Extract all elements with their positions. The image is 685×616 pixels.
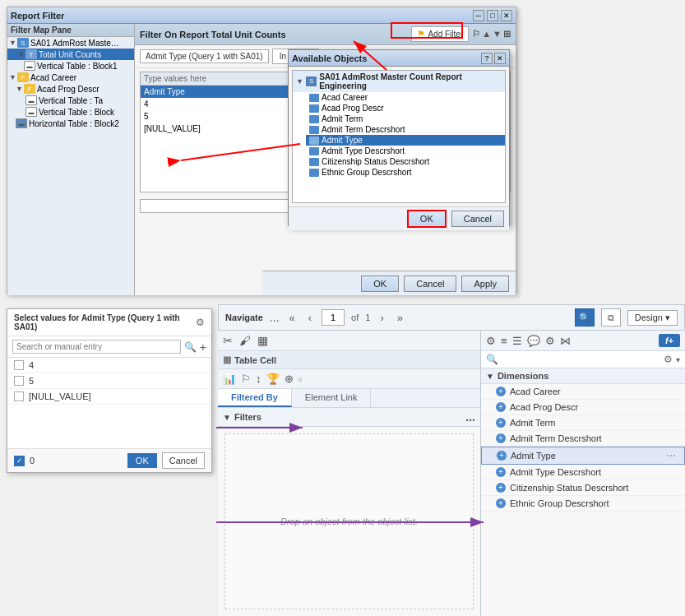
dimensions-header[interactable]: ▼ Dimensions bbox=[481, 368, 685, 384]
dim-item-acad-prog-descr[interactable]: Acad Prog Descr bbox=[481, 400, 685, 415]
hierarchy-icon[interactable]: ≡ bbox=[501, 335, 507, 347]
tool-paint-icon[interactable]: 🖌 bbox=[239, 334, 251, 347]
drop-zone[interactable]: Drop an object from the object list. bbox=[224, 433, 474, 609]
close-icon[interactable]: ✕ bbox=[501, 10, 512, 21]
avail-item-admit-term[interactable]: Admit Term bbox=[306, 113, 505, 124]
sv-item-null[interactable]: [NULL_VALUE] bbox=[7, 389, 211, 405]
list-icon[interactable]: ☰ bbox=[512, 335, 522, 347]
avail-icon-citizenship-status bbox=[309, 158, 319, 166]
share-icon[interactable]: ⋈ bbox=[560, 335, 571, 347]
avail-close-icon[interactable]: ✕ bbox=[494, 53, 506, 64]
sv-items-list: 4 5 [NULL_VALUE] bbox=[7, 358, 211, 448]
dim-admit-type-descrshort-icon bbox=[496, 467, 506, 477]
avail-root-item[interactable]: ▼ S SA01 AdmRost Master Count Report Eng… bbox=[293, 71, 505, 92]
sv-search-input[interactable] bbox=[12, 340, 181, 354]
sv-search-icon[interactable]: 🔍 bbox=[184, 341, 197, 353]
navigate-dots[interactable]: ... bbox=[270, 311, 280, 324]
sort-icon[interactable]: ↕ bbox=[256, 373, 262, 385]
up-icon[interactable]: ▲ bbox=[482, 29, 491, 39]
filter-icon[interactable]: ⚐ bbox=[241, 373, 251, 385]
avail-cancel-button[interactable]: Cancel bbox=[451, 211, 504, 227]
tool-table-icon[interactable]: ▦ bbox=[257, 334, 268, 347]
sv-item-5[interactable]: 5 bbox=[7, 373, 211, 389]
prev-page-button[interactable]: ‹ bbox=[305, 310, 315, 326]
sv-checkbox-null[interactable] bbox=[14, 391, 24, 401]
tree-item-total-unit-counts[interactable]: ▼ T Total Unit Counts bbox=[7, 49, 134, 60]
avail-item-admit-type[interactable]: Admit Type bbox=[306, 135, 505, 146]
settings-icon[interactable]: ⚙ bbox=[545, 335, 555, 347]
maximize-icon[interactable]: □ bbox=[487, 10, 498, 21]
sv-ok-button[interactable]: OK bbox=[127, 453, 157, 468]
design-button[interactable]: Design ▾ bbox=[627, 310, 678, 326]
sv-footer-checkbox[interactable]: ✓ bbox=[14, 456, 25, 466]
tree-item-sa01[interactable]: ▼ S SA01 AdmRost Master Count Re bbox=[7, 37, 134, 49]
dim-item-admit-type-descrshort[interactable]: Admit Type Descrshort bbox=[481, 465, 685, 480]
tree-item-vertical-block[interactable]: ▬ Vertical Table : Block bbox=[7, 106, 134, 118]
filter-icons-row: 📊 ⚐ ↕ 🏆 ⊕ ₀ bbox=[218, 369, 480, 389]
tool-scissors-icon[interactable]: ✂ bbox=[223, 334, 233, 347]
next-page-button[interactable]: › bbox=[377, 310, 386, 326]
avail-item-acad-career[interactable]: Acad Career bbox=[306, 92, 505, 103]
navigate-label: Navigate bbox=[225, 313, 263, 322]
tree-item-horiz-block2[interactable]: ▬ Horizontal Table : Block2 bbox=[7, 118, 134, 129]
search-gear-icon[interactable]: ⚙ bbox=[664, 354, 673, 365]
dim-item-ethnic-group[interactable]: Ethnic Group Descrshort bbox=[481, 496, 685, 512]
formula-icon[interactable]: ⊕ bbox=[285, 373, 294, 385]
search-toolbar-button[interactable]: 🔍 bbox=[575, 308, 595, 327]
tree-item-vertical-block1[interactable]: ▬ Vertical Table : Block1 bbox=[7, 60, 134, 72]
filter-icon-2[interactable]: ⚐ bbox=[472, 29, 480, 39]
avail-item-citizenship-status[interactable]: Citizenship Status Descrshort bbox=[306, 156, 505, 167]
tree-item-vertical-ta[interactable]: ▬ Vertical Table : Ta bbox=[7, 95, 134, 106]
of-label: of bbox=[351, 313, 359, 322]
last-page-button[interactable]: » bbox=[394, 310, 406, 326]
titlebar-icons: ─ □ ✕ bbox=[473, 10, 512, 21]
sv-checkbox-5[interactable] bbox=[14, 376, 24, 386]
avail-item-ethnic-group[interactable]: Ethnic Group Descrshort bbox=[306, 167, 505, 178]
expand-icon[interactable]: ⊞ bbox=[503, 29, 511, 39]
dim-acad-career-icon bbox=[496, 387, 506, 396]
search-icon[interactable]: 🔍 bbox=[486, 354, 498, 365]
avail-item-acad-prog-descr[interactable]: Acad Prog Descr bbox=[306, 103, 505, 113]
dim-item-citizenship-status[interactable]: Citizenship Status Descrshort bbox=[481, 480, 685, 496]
filter-cancel-button[interactable]: Cancel bbox=[404, 276, 456, 292]
avail-item-admit-term-descrshort[interactable]: Admit Term Descrshort bbox=[306, 124, 505, 135]
gear-props-icon[interactable]: ⚙ bbox=[486, 335, 496, 347]
ranking-icon[interactable]: 🏆 bbox=[266, 373, 280, 385]
filtered-by-tab[interactable]: Filtered By bbox=[218, 389, 292, 407]
main-bottom: ✂ 🖌 ▦ ▦ Table Cell 📊 ⚐ ↕ 🏆 ⊕ ₀ Filtered … bbox=[218, 331, 685, 616]
sv-plus-icon[interactable]: + bbox=[200, 340, 206, 354]
dim-item-acad-career[interactable]: Acad Career bbox=[481, 384, 685, 400]
search-dropdown-icon[interactable]: ▾ bbox=[676, 355, 680, 364]
add-filter-button[interactable]: ⚑ Add Filter bbox=[411, 26, 469, 42]
first-page-button[interactable]: « bbox=[286, 310, 299, 326]
chart-icon[interactable]: 📊 bbox=[223, 373, 236, 385]
element-link-tab[interactable]: Element Link bbox=[292, 389, 372, 407]
avail-help-icon[interactable]: ? bbox=[481, 53, 493, 64]
copy-toolbar-button[interactable]: ⧉ bbox=[601, 308, 621, 327]
report-filter-title: Report Filter bbox=[11, 11, 64, 21]
filter-apply-button[interactable]: Apply bbox=[461, 276, 509, 292]
down-icon[interactable]: ▼ bbox=[493, 29, 502, 39]
filters-dots-icon[interactable]: ... bbox=[465, 410, 475, 424]
available-objects-dialog: Available Objects ? ✕ ▼ S SA01 AdmRost M… bbox=[288, 49, 510, 226]
avail-item-admit-type-descrshort[interactable]: Admit Type Descrshort bbox=[306, 146, 505, 156]
avail-ok-button[interactable]: OK bbox=[407, 210, 447, 228]
page-number-input[interactable] bbox=[322, 309, 345, 326]
tree-item-acad-prog-descr[interactable]: ▼ F Acad Prog Descr bbox=[7, 83, 134, 95]
sv-cancel-button[interactable]: Cancel bbox=[162, 452, 205, 469]
sv-footer: ✓ 0 OK Cancel bbox=[7, 448, 211, 472]
dim-item-admit-term[interactable]: Admit Term bbox=[481, 415, 685, 431]
fx-button[interactable]: f+ bbox=[659, 334, 680, 347]
dim-item-admit-term-descrshort[interactable]: Admit Term Descrshort bbox=[481, 431, 685, 447]
tree-item-acad-career[interactable]: ▼ F Acad Career bbox=[7, 72, 134, 83]
admit-type-dots-icon[interactable]: ⋯ bbox=[664, 450, 678, 461]
minimize-icon[interactable]: ─ bbox=[473, 10, 484, 21]
chat-icon[interactable]: 💬 bbox=[527, 335, 540, 347]
filter-ok-button[interactable]: OK bbox=[361, 276, 399, 292]
sv-gear-icon[interactable]: ⚙ bbox=[196, 317, 205, 328]
filter-field[interactable]: Admit Type (Query 1 with SA01) bbox=[140, 49, 269, 63]
props-search-input[interactable] bbox=[502, 354, 660, 364]
dim-item-admit-type[interactable]: Admit Type ⋯ bbox=[481, 447, 685, 465]
sv-item-4[interactable]: 4 bbox=[7, 358, 211, 373]
sv-checkbox-4[interactable] bbox=[14, 360, 24, 370]
